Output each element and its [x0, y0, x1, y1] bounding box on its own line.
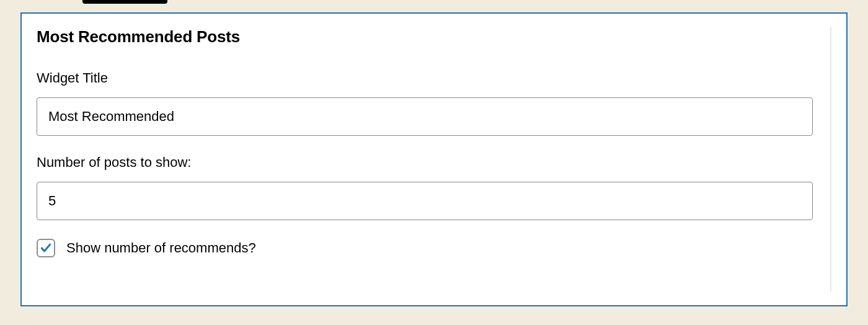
widget-title-label: Widget Title — [37, 70, 813, 86]
active-tab-indicator — [82, 0, 167, 4]
posts-count-field: Number of posts to show: — [37, 154, 813, 220]
show-recommends-label[interactable]: Show number of recommends? — [66, 240, 256, 256]
widget-title-field: Widget Title — [37, 70, 813, 136]
widget-settings-panel: Most Recommended Posts Widget Title Numb… — [20, 12, 848, 306]
widget-title-input[interactable] — [37, 97, 813, 136]
panel-divider — [830, 27, 831, 292]
posts-count-label: Number of posts to show: — [37, 154, 813, 171]
show-recommends-field: Show number of recommends? — [37, 239, 813, 257]
checkmark-icon — [40, 242, 52, 254]
show-recommends-checkbox[interactable] — [37, 239, 55, 257]
posts-count-input[interactable] — [37, 182, 813, 220]
panel-heading: Most Recommended Posts — [37, 27, 813, 47]
